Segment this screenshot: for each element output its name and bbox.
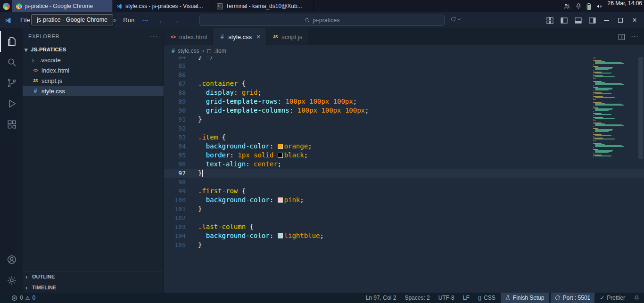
tree-item-script-js[interactable]: JS script.js [23,75,164,86]
sync-changes-button[interactable] [450,16,461,22]
code-line[interactable]: 100 background-color: pink; [164,196,644,205]
vscode-logo-icon [5,17,12,24]
minimap-bar [593,132,594,133]
code-line[interactable]: 85 [164,61,644,70]
editor-scrollbar[interactable] [637,57,644,293]
vscode-window: File Go Run ··· ← → js-pratices [0,12,644,303]
notifications-bell-icon[interactable] [575,3,582,9]
toggle-secondary-sidebar-button[interactable] [588,16,596,24]
taskbar-window-vscode[interactable]: style.css - js-pratices - Visual... [113,0,213,12]
braces-icon: {} [478,295,481,301]
indentation-status[interactable]: Spaces: 2 [400,293,434,303]
code-line[interactable]: 92 [164,124,644,133]
app-launcher-button[interactable] [0,0,12,12]
activity-source-control-button[interactable] [0,73,23,93]
code-line[interactable]: 87.container { [164,79,644,88]
encoding-status[interactable]: UTF-8 [434,293,459,303]
code-line[interactable]: 88 display: grid; [164,88,644,97]
code-line[interactable]: 95 border: 1px solid black; [164,151,644,160]
code-line[interactable]: 93.item { [164,133,644,142]
code-line[interactable]: 96 text-align: center; [164,160,644,169]
breadcrumb-file[interactable]: style.css [178,48,199,54]
code-line[interactable]: 104 background-color: lightblue; [164,231,644,240]
vscode-icon [116,3,123,9]
breadcrumb-symbol[interactable]: .item [214,48,226,54]
scrollbar-thumb[interactable] [638,57,643,159]
minimap[interactable] [593,57,636,157]
navigate-back-button[interactable]: ← [158,16,165,25]
timeline-section-header[interactable]: › TIMELINE [23,282,164,293]
code-line-text: .container { [186,79,246,88]
live-server-port-status[interactable]: Port : 5501 [551,293,595,303]
maximize-button[interactable] [617,16,624,24]
eol-status[interactable]: LF [459,293,474,303]
indentation-label: Spaces: 2 [405,295,429,301]
command-center-search[interactable]: js-pratices [199,15,445,26]
minimap-bar [593,94,594,95]
menu-overflow-ellipsis[interactable]: ··· [138,15,152,25]
taskbar-clock[interactable]: 26 Mar, 14:06 [608,0,644,12]
customize-layout-button[interactable] [546,16,553,24]
code-line[interactable]: 90 grid-template-columns: 100px 100px 10… [164,106,644,115]
tab-script-js[interactable]: JS script.js [266,28,308,45]
code-line[interactable]: 98 [164,178,644,187]
code-line[interactable]: 103.last-column { [164,222,644,231]
project-root-folder[interactable]: ▾ JS-PRATICES [23,44,164,55]
window-title-tooltip: js-pratice - Google Chrome [31,14,113,25]
activity-search-button[interactable] [0,52,23,73]
tree-item-index-html[interactable]: <> index.html [23,65,164,75]
check-icon: ✓ [600,295,604,301]
toggle-panel-button[interactable] [574,16,582,24]
activity-extensions-button[interactable] [0,114,23,135]
code-line[interactable]: 94 background-color: orange; [164,142,644,151]
code-line[interactable]: 97} [164,169,644,178]
code-editor[interactable]: 84} */858687.container {88 display: grid… [164,57,644,293]
toggle-primary-sidebar-button[interactable] [560,16,568,24]
tab-style-css[interactable]: # style.css × [213,28,266,45]
minimap-bar [595,156,611,156]
language-mode-status[interactable]: {} CSS [474,293,500,303]
code-line[interactable]: 102 [164,213,644,222]
battery-icon[interactable] [586,3,591,10]
outline-section-header[interactable]: › OUTLINE [23,271,164,282]
finish-setup-status[interactable]: Finish Setup [501,293,549,303]
code-line[interactable]: 84} */ [164,57,644,61]
users-indicator-icon[interactable] [563,3,570,10]
volume-icon[interactable] [596,3,603,10]
account-button[interactable] [0,249,23,270]
notifications-status[interactable] [629,293,644,303]
line-number: 94 [164,142,186,151]
code-line[interactable]: 86 [164,70,644,79]
split-editor-button[interactable] [618,33,625,41]
prettier-status[interactable]: ✓ Prettier [595,293,629,303]
code-line[interactable]: 101} [164,205,644,213]
code-line[interactable]: 99.first-row { [164,187,644,196]
minimap-bar [595,93,611,94]
minimize-button[interactable] [603,16,610,24]
close-window-button[interactable]: × [631,16,638,24]
activity-explorer-button[interactable] [0,31,23,52]
taskbar-window-terminal[interactable]: >_ Terminal - kama_ds10@Xub... [213,0,314,12]
taskbar-window-chrome[interactable]: js-pratice - Google Chrome [12,0,113,12]
tree-item-vscode-folder[interactable]: › .vscode [23,55,164,65]
editor-actions-ellipsis[interactable]: ··· [631,33,638,41]
code-line[interactable]: 105} [164,240,644,249]
tab-close-button[interactable]: × [256,33,260,41]
code-line[interactable]: 89 grid-template-rows: 100px 100px 100px… [164,97,644,106]
code-token: { [218,133,226,141]
code-line[interactable]: 91} [164,115,644,124]
problems-status[interactable]: 0 ⚠ 0 [9,295,37,301]
tree-item-style-css[interactable]: # style.css [23,86,164,96]
code-token: ; [300,196,304,204]
navigate-forward-button[interactable]: → [172,16,179,25]
menu-run[interactable]: Run [119,15,138,25]
chevron-right-icon: › [25,284,30,291]
activity-bar [0,28,23,293]
explorer-actions-ellipsis[interactable]: ··· [150,33,158,40]
tab-index-html[interactable]: <> index.html [164,28,213,45]
settings-button[interactable] [0,270,23,291]
cursor-position-status[interactable]: Ln 97, Col 2 [362,293,401,303]
minimap-bar [593,78,596,79]
line-number: 88 [164,88,186,97]
activity-run-debug-button[interactable] [0,93,23,114]
